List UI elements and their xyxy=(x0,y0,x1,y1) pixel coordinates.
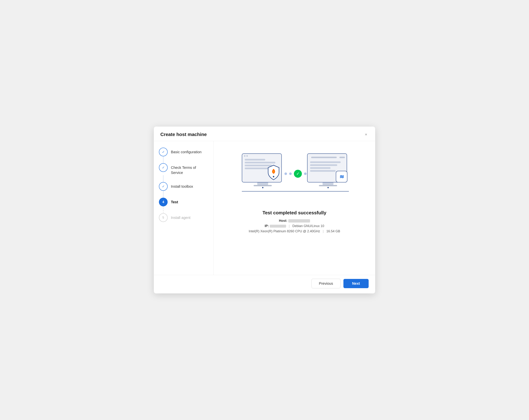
step-number-4: 4 xyxy=(162,200,164,204)
result-cpu-row: Intel(R) Xeon(R) Platinum 8260 CPU @ 2.4… xyxy=(249,229,340,233)
monitor-base-left xyxy=(254,185,272,186)
separator-2: | xyxy=(323,229,324,233)
step-item-4: 4 Test xyxy=(159,198,209,206)
monitor-bottom-dot-right xyxy=(328,187,329,188)
step-icon-2: ✓ xyxy=(159,163,168,172)
monitor-bottom-dot-left xyxy=(262,187,264,188)
n-badge-icon: ≋ xyxy=(339,174,344,180)
separator-1: | xyxy=(289,224,290,228)
steps-sidebar: ✓ Basic configuration ✓ Check Terms of S… xyxy=(154,141,214,275)
monitor-base-right xyxy=(319,185,337,186)
step-icon-4: 4 xyxy=(159,198,168,206)
conn-dot-2 xyxy=(289,172,292,175)
monitor-dots-left xyxy=(242,154,281,158)
result-host-row: Host: xyxy=(249,219,340,223)
connector-3-4 xyxy=(163,191,163,198)
os-label: Debian GNU/Linux 10 xyxy=(292,224,324,228)
ip-value-redacted xyxy=(270,225,286,228)
dialog-footer: Previous Next xyxy=(154,275,375,293)
conn-dot-1 xyxy=(284,172,287,175)
shield-badge xyxy=(266,164,281,181)
step-icon-3: ✓ xyxy=(159,182,168,191)
n-badge: ≋ xyxy=(336,171,347,183)
monitor-line-1 xyxy=(245,159,265,160)
step-item-2: ✓ Check Terms of Service xyxy=(159,163,209,175)
check-icon-3: ✓ xyxy=(162,184,165,188)
create-host-dialog: Create host machine × ✓ Basic configurat… xyxy=(154,127,375,293)
illustration: ✓ xyxy=(238,150,351,204)
step-item-3: ✓ Install toolbox xyxy=(159,182,209,191)
step-label-2: Check Terms of Service xyxy=(171,163,209,175)
ip-label: IP: xyxy=(265,224,269,228)
monitor-baseline xyxy=(242,191,349,192)
monitor-line-r4 xyxy=(310,170,336,172)
dialog-body: ✓ Basic configuration ✓ Check Terms of S… xyxy=(154,141,375,275)
step-item-5: 5 Install agent xyxy=(159,213,209,222)
check-icon-2: ✓ xyxy=(162,166,165,170)
step-icon-5: 5 xyxy=(159,213,168,222)
step-icon-1: ✓ xyxy=(159,148,168,156)
monitor-dot-1 xyxy=(244,155,245,157)
next-button[interactable]: Next xyxy=(344,279,369,288)
step-label-1: Basic configuration xyxy=(171,148,201,155)
host-value-redacted xyxy=(288,219,310,223)
connector-4-5 xyxy=(163,206,163,213)
step-number-5: 5 xyxy=(162,216,164,219)
monitor-line-r1 xyxy=(310,161,341,163)
main-content: ✓ xyxy=(214,141,375,275)
dialog-header: Create host machine × xyxy=(154,127,375,141)
conn-dot-success: ✓ xyxy=(294,170,302,178)
monitor-right: ≋ xyxy=(307,153,349,188)
close-button[interactable]: × xyxy=(363,132,369,137)
result-section: Test completed successfully Host: IP: | … xyxy=(249,210,340,235)
connector-2-3 xyxy=(163,175,163,182)
monitor-dots-right xyxy=(307,154,347,160)
monitor-dot-2 xyxy=(246,155,248,157)
monitor-stand-right xyxy=(323,183,333,185)
step-label-5: Install agent xyxy=(171,213,190,220)
host-label: Host: xyxy=(279,219,287,223)
cpu-info: Intel(R) Xeon(R) Platinum 8260 CPU @ 2.4… xyxy=(249,229,320,233)
monitor-line-2 xyxy=(245,162,275,163)
conn-dot-3 xyxy=(304,172,307,175)
result-title: Test completed successfully xyxy=(249,210,340,216)
result-ip-row: IP: | Debian GNU/Linux 10 xyxy=(249,224,340,228)
monitor-line-r2 xyxy=(310,164,337,166)
step-label-4: Test xyxy=(171,198,178,205)
step-item-1: ✓ Basic configuration xyxy=(159,148,209,156)
previous-button[interactable]: Previous xyxy=(311,279,341,288)
monitor-stand-left xyxy=(257,183,268,185)
check-icon-1: ✓ xyxy=(162,150,165,154)
monitor-line-r3 xyxy=(310,167,331,169)
step-label-3: Install toolbox xyxy=(171,182,193,189)
dialog-title: Create host machine xyxy=(160,132,207,137)
memory-info: 16.54 GB xyxy=(326,229,340,233)
svg-point-0 xyxy=(273,176,274,177)
connector-1-2 xyxy=(163,156,163,163)
